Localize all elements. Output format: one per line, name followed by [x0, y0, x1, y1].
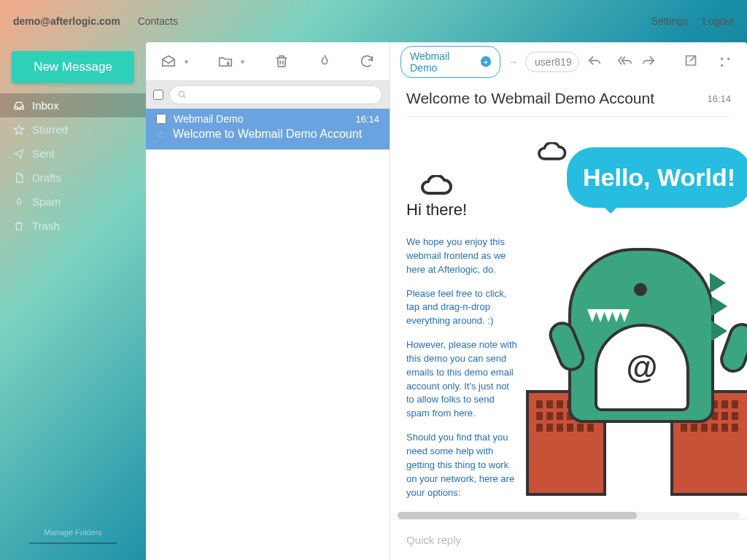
greeting: Hi there!: [406, 201, 519, 219]
divider: [29, 542, 117, 544]
message-from: Webmail Demo: [174, 113, 243, 125]
folder-sent[interactable]: Sent: [0, 141, 146, 166]
contacts-link[interactable]: Contacts: [138, 15, 178, 27]
star-icon: [13, 124, 25, 136]
search-input[interactable]: [169, 85, 382, 104]
folder-inbox[interactable]: Inbox: [0, 93, 146, 117]
message-body: Hi there! We hope you enjoy this webmail…: [390, 117, 747, 519]
trash-icon: [13, 220, 25, 232]
message-subject-heading: Welcome to Webmail Demo Account: [406, 90, 707, 107]
folder-label: Sent: [32, 147, 55, 160]
new-message-button[interactable]: New Message: [12, 51, 134, 83]
quick-reply-input[interactable]: Quick reply: [390, 519, 747, 560]
message-header: Welcome to Webmail Demo Account 16:14: [390, 81, 747, 116]
from-pill-label: Webmail Demo: [410, 50, 476, 74]
message-checkbox[interactable]: [156, 114, 166, 124]
folder-drafts[interactable]: Drafts: [0, 166, 146, 190]
message-time: 16:14: [355, 114, 379, 125]
search-row: [146, 81, 390, 109]
folder-spam[interactable]: Spam: [0, 190, 146, 214]
add-contact-icon[interactable]: +: [481, 56, 491, 67]
reading-toolbar: Webmail Demo + → user819 ● ● ●: [390, 42, 747, 81]
refresh-button[interactable]: [354, 48, 379, 74]
reply-all-button[interactable]: [617, 52, 633, 71]
message-subject: Welcome to Webmail Demo Account: [173, 128, 362, 141]
message-list-pane: ▾ ▾ Webmail Demo 16:14 ☆ W: [146, 42, 390, 560]
folder-label: Starred: [32, 123, 68, 136]
paragraph: However, please note with this demo you …: [406, 338, 519, 421]
open-window-button[interactable]: [683, 52, 699, 71]
manage-folders-link[interactable]: Manage Folders: [0, 522, 146, 542]
list-toolbar: ▾ ▾: [146, 42, 390, 81]
illustration: Hello, World! @: [530, 131, 747, 519]
from-pill[interactable]: Webmail Demo +: [400, 46, 500, 78]
logout-link[interactable]: Logout: [703, 15, 734, 27]
speech-bubble: Hello, World!: [567, 147, 747, 208]
topbar: demo@afterlogic.com Contacts Settings Lo…: [0, 0, 747, 42]
folder-label: Trash: [32, 219, 60, 232]
godzilla-graphic: @: [525, 233, 747, 496]
sidebar: New Message Inbox Starred Sent Drafts Sp…: [0, 42, 146, 560]
paragraph: Please feel free to click, tap and drag-…: [406, 287, 519, 329]
folder-label: Spam: [32, 195, 61, 208]
search-icon: [177, 90, 187, 100]
delete-button[interactable]: [269, 48, 295, 74]
message-row[interactable]: Webmail Demo 16:14 ☆ Welcome to Webmail …: [146, 109, 390, 149]
spam-button[interactable]: [311, 48, 337, 74]
folder-trash[interactable]: Trash: [0, 214, 146, 238]
check-mail-dropdown[interactable]: ▾: [185, 58, 196, 66]
more-button[interactable]: ● ● ●: [720, 55, 737, 69]
folder-label: Drafts: [32, 171, 61, 184]
settings-link[interactable]: Settings: [651, 15, 689, 27]
inbox-icon: [13, 100, 25, 112]
move-dropdown[interactable]: ▾: [241, 58, 252, 66]
paragraph: Should you find that you need some help …: [406, 431, 519, 499]
to-pill-label: user819: [535, 56, 572, 68]
sent-icon: [13, 148, 25, 160]
folder-label: Inbox: [32, 99, 59, 112]
reply-button[interactable]: [587, 52, 603, 71]
horizontal-scrollbar[interactable]: [398, 512, 740, 519]
folder-starred[interactable]: Starred: [0, 117, 146, 141]
spam-icon: [13, 196, 25, 208]
to-pill[interactable]: user819: [525, 52, 579, 72]
arrow-icon: →: [508, 56, 518, 68]
account-email[interactable]: demo@afterlogic.com: [13, 15, 120, 27]
star-toggle[interactable]: ☆: [156, 128, 166, 140]
message-time: 16:14: [707, 93, 731, 104]
move-to-folder-button[interactable]: [213, 48, 239, 74]
reading-pane: Webmail Demo + → user819 ● ● ● Welcome t…: [390, 42, 747, 560]
select-all-checkbox[interactable]: [153, 90, 163, 100]
drafts-icon: [13, 172, 25, 184]
svg-point-0: [179, 91, 184, 96]
forward-button[interactable]: [640, 52, 657, 71]
paragraph: We hope you enjoy this webmail frontend …: [406, 236, 519, 277]
check-mail-button[interactable]: [156, 48, 182, 74]
